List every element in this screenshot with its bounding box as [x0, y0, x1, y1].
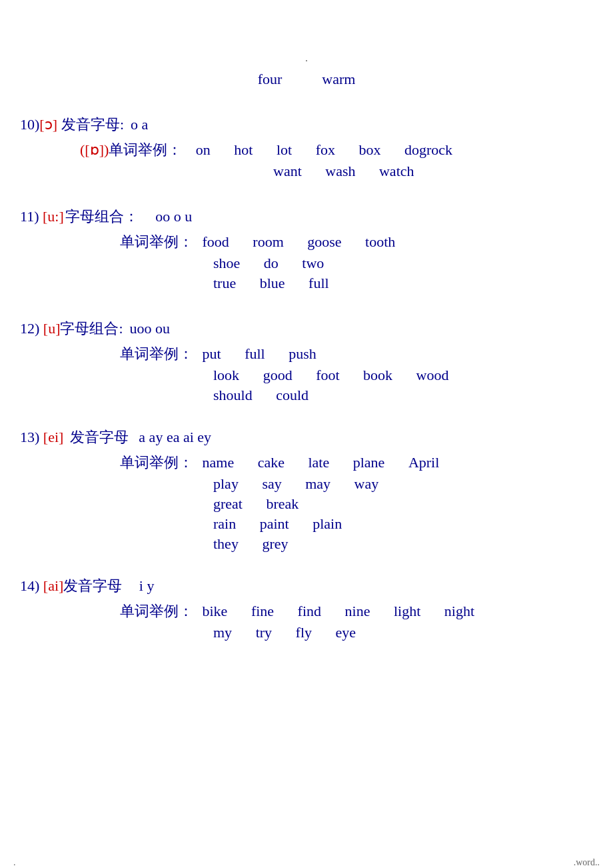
footer: . .word..	[0, 857, 613, 868]
section-12-sub-label: 单词举例：	[120, 345, 193, 362]
word-full2: full	[245, 345, 265, 362]
section-10-row2: want wash watch	[20, 163, 613, 180]
section-12-number: 12)	[20, 320, 39, 337]
word-april: April	[408, 454, 439, 471]
section-14-sub-label: 单词举例：	[120, 603, 193, 619]
word-four: four	[258, 71, 283, 87]
word-plane: plane	[353, 454, 385, 471]
word-wash: wash	[325, 163, 355, 179]
section-11-number: 11)	[20, 208, 39, 225]
section-12-row2: look good foot book wood	[20, 367, 613, 384]
word-bike: bike	[203, 603, 228, 619]
word-lot: lot	[277, 141, 292, 158]
section-12-sublabel: 单词举例： put full push	[20, 344, 613, 364]
word-put: put	[203, 345, 221, 362]
section-13-sublabel: 单词举例： name cake late plane April	[20, 453, 613, 473]
top-dot: .	[0, 53, 613, 64]
word-should: should	[213, 387, 253, 403]
section-12: 12) [u]字母组合:uoo ou 单词举例： put full push l…	[0, 319, 613, 404]
word-true: true	[213, 275, 236, 291]
section-11-title: 11) [u:]字母组合： oo o u	[20, 207, 613, 227]
word-way: way	[354, 475, 379, 492]
word-want: want	[273, 163, 302, 179]
section-12-row3: should could	[20, 387, 613, 404]
word-do: do	[264, 255, 279, 271]
word-good: good	[263, 367, 293, 383]
page: . fourwarm 10)[ɔ]发音字母:o a ([ɒ])单词举例： on …	[0, 13, 613, 868]
section-11-letters: oo o u	[155, 208, 192, 225]
word-shoe: shoe	[213, 255, 240, 271]
section-14-row2: my try fly eye	[20, 624, 613, 641]
word-could: could	[276, 387, 308, 403]
section-11-sublabel: 单词举例： food room goose tooth	[20, 232, 613, 252]
word-late: late	[308, 454, 329, 471]
section-13-row4: rain paint plain	[20, 515, 613, 533]
word-foot: foot	[316, 367, 339, 383]
word-wood: wood	[416, 367, 449, 383]
word-warm: warm	[322, 71, 355, 87]
word-name: name	[203, 454, 235, 471]
section-12-letters: uoo ou	[130, 320, 171, 337]
section-13-label: 发音字母	[70, 429, 129, 445]
word-play: play	[213, 475, 239, 492]
word-they: they	[213, 535, 239, 552]
word-push: push	[289, 345, 316, 362]
section-10-sub-phonetic: ([ɒ])	[80, 141, 109, 158]
word-paint: paint	[260, 515, 289, 532]
footer-left: .	[13, 857, 16, 868]
section-13-sub-label: 单词举例：	[120, 454, 193, 471]
section-11: 11) [u:]字母组合： oo o u 单词举例： food room goo…	[0, 207, 613, 292]
word-two: two	[302, 255, 324, 271]
section-13-row2: play say may way	[20, 475, 613, 493]
section-14-sublabel: 单词举例： bike fine find nine light night	[20, 601, 613, 621]
section-13-row3: great break	[20, 495, 613, 513]
section-10: 10)[ɔ]发音字母:o a ([ɒ])单词举例： on hot lot fox…	[0, 115, 613, 180]
section-14-phonetic: [ai]	[43, 577, 64, 594]
section-11-label: 字母组合：	[65, 208, 139, 225]
section-13-number: 13)	[20, 429, 39, 445]
section-10-phonetic: [ɔ]	[39, 116, 57, 133]
section-13-row5: they grey	[20, 535, 613, 553]
section-12-title: 12) [u]字母组合:uoo ou	[20, 319, 613, 339]
word-watch: watch	[379, 163, 414, 179]
word-food: food	[203, 233, 229, 250]
section-11-sub-label: 单词举例：	[120, 233, 193, 250]
word-try: try	[256, 624, 272, 641]
word-on: on	[196, 141, 211, 158]
word-tooth: tooth	[365, 233, 395, 250]
word-eye: eye	[336, 624, 356, 641]
word-full: full	[308, 275, 329, 291]
section-10-letters: o a	[131, 116, 148, 133]
section-10-number: 10)	[20, 116, 39, 133]
word-grey: grey	[262, 535, 288, 552]
word-blue: blue	[260, 275, 285, 291]
section-11-row3: true blue full	[20, 275, 613, 292]
word-say: say	[262, 475, 281, 492]
section-14: 14) [ai]发音字母 i y 单词举例： bike fine find ni…	[0, 576, 613, 641]
word-goose: goose	[307, 233, 341, 250]
section-10-sub-label: 单词举例：	[109, 141, 182, 158]
word-light: light	[394, 603, 420, 619]
section-13-phonetic: [ei]	[43, 429, 64, 445]
word-cake: cake	[258, 454, 285, 471]
section-14-number: 14)	[20, 577, 39, 594]
section-10-title: 10)[ɔ]发音字母:o a	[20, 115, 613, 135]
section-14-title: 14) [ai]发音字母 i y	[20, 576, 613, 596]
word-look: look	[213, 367, 239, 383]
word-may: may	[305, 475, 330, 492]
footer-right: .word..	[574, 857, 600, 868]
section-13-title: 13) [ei] 发音字母 a ay ea ai ey	[20, 427, 613, 447]
word-plain: plain	[312, 515, 342, 532]
word-hot: hot	[234, 141, 253, 158]
word-nine: nine	[345, 603, 370, 619]
section-11-phonetic: [u:]	[43, 208, 64, 225]
word-room: room	[253, 233, 283, 250]
section-10-sub: ([ɒ])单词举例： on hot lot fox box dogrock	[20, 140, 613, 160]
section-14-letters: i y	[139, 577, 155, 594]
word-break: break	[266, 495, 299, 512]
word-great: great	[213, 495, 243, 512]
word-night: night	[444, 603, 474, 619]
word-my: my	[213, 624, 232, 641]
four-warm-line: fourwarm	[0, 71, 613, 88]
section-13-letters: a ay ea ai ey	[139, 429, 211, 445]
